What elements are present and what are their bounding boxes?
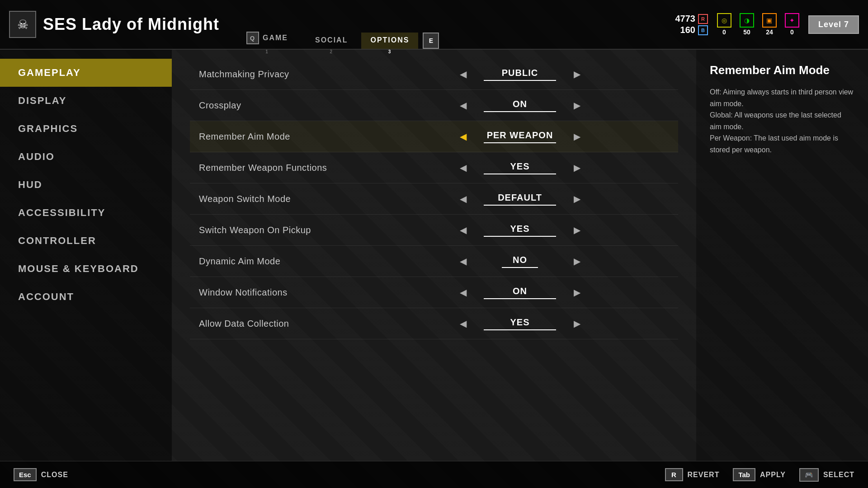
weapon-switch-value: DEFAULT	[475, 192, 565, 203]
setting-row-crossplay: Crossplay ◀ ON ▶	[190, 90, 678, 121]
sidebar-item-graphics[interactable]: GRAPHICS	[0, 115, 172, 143]
hud-icon-2: ▣ 24	[762, 13, 777, 36]
tab-options-label: OPTIONS	[370, 36, 409, 44]
tab-game-key: Q	[246, 32, 259, 44]
tab-game[interactable]: Q GAME 1	[233, 28, 302, 49]
sidebar-item-mouse[interactable]: MOUSE & KEYBOARD	[0, 255, 172, 283]
setting-label-dynamic-aim: Dynamic Aim Mode	[199, 256, 371, 267]
setting-label-aim-mode: Remember Aim Mode	[199, 131, 371, 142]
sidebar-item-account[interactable]: ACCOUNT	[0, 283, 172, 311]
pickup-right-arrow[interactable]: ▶	[570, 223, 584, 237]
footer-item-revert: R REVERT	[665, 468, 720, 482]
dynamic-aim-left-arrow[interactable]: ◀	[456, 254, 470, 268]
ship-name: SES Lady of Midnight	[43, 15, 219, 34]
setting-row-pickup: Switch Weapon On Pickup ◀ YES ▶	[190, 215, 678, 246]
weapon-functions-left-arrow[interactable]: ◀	[456, 160, 470, 175]
game-logo: ☠	[9, 11, 36, 38]
matchmaking-value: PUBLIC	[475, 68, 565, 78]
sidebar-item-accessibility[interactable]: ACCESSIBILITY	[0, 199, 172, 227]
hud-icon-1: ◑ 50	[740, 13, 754, 36]
sidebar-item-audio[interactable]: AUDIO	[0, 143, 172, 171]
weapon-functions-value: YES	[475, 161, 565, 172]
aim-mode-left-arrow[interactable]: ◀	[456, 129, 470, 144]
sidebar-item-controller[interactable]: CONTROLLER	[0, 227, 172, 255]
setting-control-pickup: ◀ YES ▶	[371, 223, 669, 237]
setting-row-aim-mode: Remember Aim Mode ◀ PER WEAPON ▶	[190, 121, 678, 152]
notifications-value: ON	[475, 286, 565, 296]
esc-key: Esc	[14, 468, 37, 481]
info-panel: Remember Aim Mode Off: Aiming always sta…	[696, 50, 868, 461]
currency-row-2: 160 B	[680, 25, 708, 35]
notifications-right-arrow[interactable]: ▶	[570, 285, 584, 300]
footer-right: R REVERT Tab APPLY 🎮 SELECT	[665, 468, 854, 482]
setting-label-weapon-functions: Remember Weapon Functions	[199, 163, 371, 173]
revert-label: REVERT	[688, 471, 720, 479]
pickup-left-arrow[interactable]: ◀	[456, 223, 470, 237]
select-key: 🎮	[799, 468, 819, 482]
hud-sym-3: ✦	[785, 13, 799, 28]
setting-control-weapon-functions: ◀ YES ▶	[371, 160, 669, 175]
matchmaking-bar	[484, 80, 556, 81]
weapon-functions-bar	[484, 174, 556, 174]
sidebar-item-display[interactable]: DISPLAY	[0, 87, 172, 115]
dynamic-aim-value-container: NO	[475, 255, 565, 268]
footer-item-close: Esc CLOSE	[14, 468, 68, 481]
hud-sym-1: ◑	[740, 13, 754, 28]
hud-icons: ◎ 0 ◑ 50 ▣ 24 ✦ 0	[717, 13, 799, 36]
tab-social[interactable]: SOCIAL 2	[302, 33, 361, 49]
settings-panel: Matchmaking Privacy ◀ PUBLIC ▶ Crossplay…	[172, 50, 696, 461]
tab-social-num: 2	[330, 49, 333, 54]
setting-control-dynamic-aim: ◀ NO ▶	[371, 254, 669, 268]
weapon-functions-value-container: YES	[475, 161, 565, 174]
matchmaking-left-arrow[interactable]: ◀	[456, 67, 470, 81]
pickup-value-container: YES	[475, 224, 565, 237]
header: ☠ SES Lady of Midnight Q GAME 1 SOCIAL 2…	[0, 0, 868, 50]
setting-row-weapon-functions: Remember Weapon Functions ◀ YES ▶	[190, 152, 678, 183]
tab-game-num: 1	[265, 49, 269, 54]
sidebar-item-gameplay[interactable]: GAMEPLAY	[0, 59, 172, 87]
weapon-switch-value-container: DEFAULT	[475, 192, 565, 206]
currency-2-value: 160	[680, 25, 695, 35]
aim-mode-bar	[484, 142, 556, 143]
data-collection-left-arrow[interactable]: ◀	[456, 316, 470, 331]
weapon-switch-right-arrow[interactable]: ▶	[570, 192, 584, 206]
notifications-left-arrow[interactable]: ◀	[456, 285, 470, 300]
crossplay-left-arrow[interactable]: ◀	[456, 98, 470, 113]
dynamic-aim-right-arrow[interactable]: ▶	[570, 254, 584, 268]
setting-row-notifications: Window Notifications ◀ ON ▶	[190, 277, 678, 308]
r-key: R	[665, 468, 683, 481]
hud-sym-0: ◎	[717, 13, 731, 28]
currency-r-icon: R	[698, 14, 708, 24]
tab-options[interactable]: OPTIONS 3	[361, 33, 418, 49]
crossplay-right-arrow[interactable]: ▶	[570, 98, 584, 113]
sidebar-item-hud[interactable]: HUD	[0, 171, 172, 199]
setting-row-weapon-switch: Weapon Switch Mode ◀ DEFAULT ▶	[190, 183, 678, 215]
notifications-bar	[484, 298, 556, 299]
notifications-value-container: ON	[475, 286, 565, 299]
tab-options-num: 3	[388, 49, 392, 54]
select-label: SELECT	[823, 471, 854, 479]
data-collection-value-container: YES	[475, 317, 565, 330]
data-collection-right-arrow[interactable]: ▶	[570, 316, 584, 331]
currency-block: 4773 R 160 B	[675, 14, 708, 35]
info-text: Off: Aiming always starts in third perso…	[710, 86, 854, 156]
setting-label-data-collection: Allow Data Collection	[199, 319, 371, 329]
hud-icon-3: ✦ 0	[785, 13, 799, 36]
currency-b-icon: B	[698, 25, 708, 35]
crossplay-value: ON	[475, 99, 565, 109]
setting-control-crossplay: ◀ ON ▶	[371, 98, 669, 113]
weapon-switch-left-arrow[interactable]: ◀	[456, 192, 470, 206]
hud-val-0: 0	[722, 28, 726, 36]
weapon-functions-right-arrow[interactable]: ▶	[570, 160, 584, 175]
currency-row-1: 4773 R	[675, 14, 708, 24]
matchmaking-right-arrow[interactable]: ▶	[570, 67, 584, 81]
hud-val-3: 0	[790, 28, 794, 36]
footer: Esc CLOSE R REVERT Tab APPLY 🎮 SELECT	[0, 461, 868, 488]
main-content: GAMEPLAY DISPLAY GRAPHICS AUDIO HUD ACCE…	[0, 50, 868, 461]
header-right: 4773 R 160 B ◎ 0 ◑ 50 ▣ 24 ✦ 0	[675, 13, 859, 36]
setting-label-matchmaking: Matchmaking Privacy	[199, 69, 371, 80]
tab-e-key[interactable]: E	[423, 33, 439, 49]
aim-mode-right-arrow[interactable]: ▶	[570, 129, 584, 144]
setting-control-matchmaking: ◀ PUBLIC ▶	[371, 67, 669, 81]
sidebar: GAMEPLAY DISPLAY GRAPHICS AUDIO HUD ACCE…	[0, 50, 172, 461]
